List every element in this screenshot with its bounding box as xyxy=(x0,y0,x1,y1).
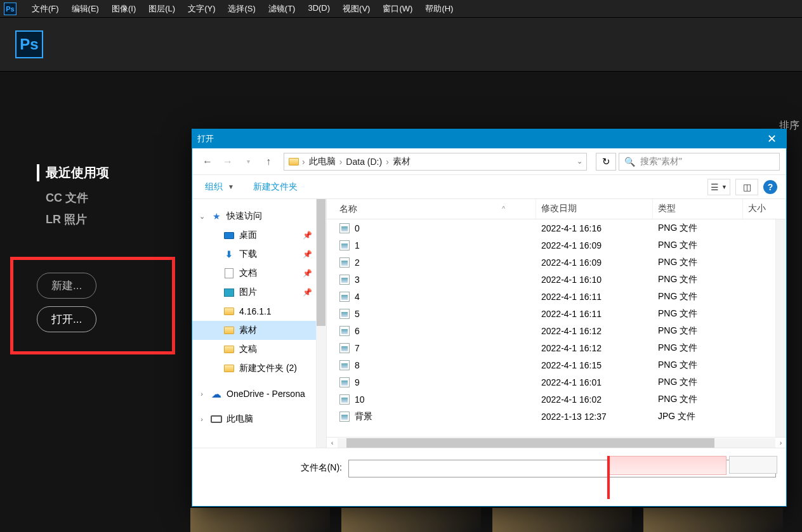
thumbnail[interactable] xyxy=(341,508,481,532)
tree-pictures[interactable]: 图片 📌 xyxy=(192,283,326,302)
file-row[interactable]: 52022-4-1 16:11PNG 文件 xyxy=(327,305,786,322)
tree-downloads[interactable]: ⬇ 下载 📌 xyxy=(192,245,326,264)
menu-item[interactable]: 窗口(W) xyxy=(376,1,419,17)
thumbnail[interactable] xyxy=(492,508,632,532)
dialog-toolbar: 组织▼ 新建文件夹 ☰ ▼ ◫ ? xyxy=(192,175,786,199)
thumbnail[interactable] xyxy=(643,508,783,532)
tree-documents[interactable]: 文档 📌 xyxy=(192,264,326,283)
app-icon: Ps xyxy=(4,3,16,15)
nav-lr-photos[interactable]: LR 照片 xyxy=(37,212,164,227)
recent-thumbnails xyxy=(190,508,802,532)
file-list: 名称 ^ 修改日期 类型 大小 02022-4-1 16:16PNG 文件120… xyxy=(327,199,786,448)
preview-pane-icon[interactable]: ◫ xyxy=(735,179,758,195)
file-icon xyxy=(339,292,350,302)
column-size[interactable]: 大小 xyxy=(743,199,786,219)
menu-item[interactable]: 图像(I) xyxy=(105,1,142,17)
file-row[interactable]: 背景2022-1-13 12:37JPG 文件 xyxy=(327,408,786,425)
pin-icon: 📌 xyxy=(303,250,312,259)
dialog-titlebar: 打开 ✕ xyxy=(192,129,786,148)
menu-item[interactable]: 3D(D) xyxy=(301,1,336,17)
file-row[interactable]: 12022-4-1 16:09PNG 文件 xyxy=(327,237,786,254)
breadcrumb[interactable]: 此电脑 xyxy=(306,156,338,167)
file-icon xyxy=(339,257,350,268)
file-icon xyxy=(339,377,350,387)
file-icon xyxy=(339,412,350,422)
help-icon[interactable]: ? xyxy=(763,180,777,194)
recent-locations-icon[interactable]: ▾ xyxy=(239,153,257,171)
scrollbar[interactable] xyxy=(775,219,786,437)
tree-folder-selected[interactable]: 素材 xyxy=(192,321,326,340)
menu-item[interactable]: 选择(S) xyxy=(221,1,261,17)
file-row[interactable]: 92022-4-1 16:01PNG 文件 xyxy=(327,373,786,391)
menu-item[interactable]: 视图(V) xyxy=(336,1,376,17)
ps-logo-icon: Ps xyxy=(15,30,43,58)
pin-icon: 📌 xyxy=(303,231,312,240)
column-name[interactable]: 名称 ^ xyxy=(327,199,536,219)
file-row[interactable]: 62022-4-1 16:12PNG 文件 xyxy=(327,322,786,339)
filename-label: 文件名(N): xyxy=(202,460,348,474)
scrollbar[interactable] xyxy=(316,199,326,448)
forward-icon[interactable]: → xyxy=(219,153,237,171)
sort-asc-icon: ^ xyxy=(502,205,505,212)
new-folder-button[interactable]: 新建文件夹 xyxy=(249,179,301,195)
menu-item[interactable]: 编辑(E) xyxy=(65,1,105,17)
folder-icon xyxy=(288,156,299,167)
file-icon xyxy=(339,275,350,285)
menubar: Ps 文件(F)编辑(E)图像(I)图层(L)文字(Y)选择(S)滤镜(T)3D… xyxy=(0,0,802,18)
highlight-bar xyxy=(607,456,610,499)
tree-quick-access[interactable]: ⌄ ★ 快速访问 xyxy=(192,207,326,226)
file-row[interactable]: 42022-4-1 16:11PNG 文件 xyxy=(327,288,786,305)
dialog-title: 打开 xyxy=(197,133,214,145)
organize-menu[interactable]: 组织▼ xyxy=(201,179,238,195)
menu-item[interactable]: 图层(L) xyxy=(142,1,181,17)
tree-desktop[interactable]: 桌面 📌 xyxy=(192,226,326,245)
file-list-header[interactable]: 名称 ^ 修改日期 类型 大小 xyxy=(327,199,786,219)
file-row[interactable]: 32022-4-1 16:10PNG 文件 xyxy=(327,271,786,288)
nav-recent[interactable]: 最近使用项 xyxy=(37,164,164,181)
chevron-down-icon[interactable]: ⌄ xyxy=(577,157,582,165)
search-placeholder: 搜索"素材" xyxy=(640,156,682,167)
tree-folder[interactable]: 新建文件夹 (2) xyxy=(192,359,326,378)
tree-folder[interactable]: 文稿 xyxy=(192,340,326,359)
file-row[interactable]: 02022-4-1 16:16PNG 文件 xyxy=(327,219,786,237)
back-icon[interactable]: ← xyxy=(199,153,216,171)
view-mode-icon[interactable]: ☰ ▼ xyxy=(707,179,730,195)
breadcrumb[interactable]: Data (D:) xyxy=(343,157,385,167)
file-icon xyxy=(339,223,350,233)
file-icon xyxy=(339,360,350,370)
file-row[interactable]: 22022-4-1 16:09PNG 文件 xyxy=(327,254,786,271)
open-file-dialog: 打开 ✕ ← → ▾ ↑ › 此电脑 › Data (D:) › 素材 ⌄ ↻ … xyxy=(192,129,787,507)
refresh-icon[interactable]: ↻ xyxy=(596,153,616,171)
pin-icon: 📌 xyxy=(303,269,312,278)
file-type-filter[interactable] xyxy=(729,456,777,474)
breadcrumb[interactable]: 素材 xyxy=(390,156,413,167)
file-row[interactable]: 72022-4-1 16:12PNG 文件 xyxy=(327,339,786,356)
search-icon: 🔍 xyxy=(624,157,635,167)
menu-item[interactable]: 帮助(H) xyxy=(419,1,459,17)
close-icon[interactable]: ✕ xyxy=(757,129,786,148)
file-icon xyxy=(339,240,350,250)
file-icon xyxy=(339,309,350,319)
up-icon[interactable]: ↑ xyxy=(260,153,277,171)
scrollbar[interactable]: ‹ › xyxy=(327,437,786,448)
tree-this-pc[interactable]: › 此电脑 xyxy=(192,410,326,429)
file-icon xyxy=(339,326,350,336)
folder-tree: ⌄ ★ 快速访问 桌面 📌 ⬇ 下载 📌 文档 📌 xyxy=(192,199,327,448)
dialog-navbar: ← → ▾ ↑ › 此电脑 › Data (D:) › 素材 ⌄ ↻ 🔍 搜索"… xyxy=(192,148,786,175)
column-date[interactable]: 修改日期 xyxy=(536,199,653,219)
column-type[interactable]: 类型 xyxy=(653,199,743,219)
highlight-overlay xyxy=(607,456,726,475)
menu-item[interactable]: 文件(F) xyxy=(25,1,65,17)
menu-item[interactable]: 滤镜(T) xyxy=(262,1,302,17)
nav-cc-files[interactable]: CC 文件 xyxy=(37,190,164,205)
tree-folder[interactable]: 4.16.1.1 xyxy=(192,302,326,321)
tree-onedrive[interactable]: › ☁ OneDrive - Persona xyxy=(192,384,326,403)
dialog-bottom-bar: 文件名(N): xyxy=(192,448,786,506)
search-input[interactable]: 🔍 搜索"素材" xyxy=(619,153,780,171)
address-bar[interactable]: › 此电脑 › Data (D:) › 素材 ⌄ xyxy=(284,153,587,171)
highlight-box xyxy=(10,257,175,354)
menu-item[interactable]: 文字(Y) xyxy=(181,1,221,17)
file-row[interactable]: 82022-4-1 16:15PNG 文件 xyxy=(327,356,786,373)
thumbnail[interactable] xyxy=(190,508,330,532)
file-row[interactable]: 102022-4-1 16:02PNG 文件 xyxy=(327,391,786,408)
